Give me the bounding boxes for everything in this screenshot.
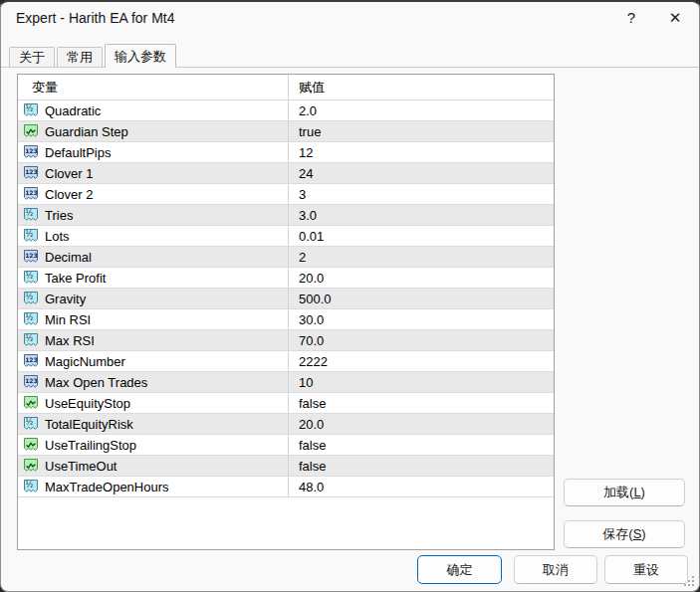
param-value-cell[interactable]: 10 <box>289 372 554 392</box>
bool-param-icon <box>23 458 39 474</box>
param-name-cell[interactable]: ½Max RSI <box>18 330 289 350</box>
table-rows: ½Quadratic2.0Guardian Steptrue123Default… <box>18 100 554 497</box>
param-value-cell[interactable]: 70.0 <box>289 330 554 350</box>
double-param-icon: ½ <box>23 332 39 348</box>
param-value-cell[interactable]: 2.0 <box>289 100 554 120</box>
table-row[interactable]: UseEquityStopfalse <box>18 393 554 414</box>
param-value-cell[interactable]: 3 <box>289 184 554 204</box>
param-value: 500.0 <box>299 292 332 306</box>
cancel-button[interactable]: 取消 <box>514 555 597 584</box>
param-name-cell[interactable]: 123DefaultPips <box>18 142 289 162</box>
param-value-cell[interactable]: 48.0 <box>289 477 554 496</box>
table-row[interactable]: ½Lots0.01 <box>18 226 554 247</box>
param-name: MaxTradeOpenHours <box>45 480 169 494</box>
ea-properties-dialog: Expert - Harith EA for Mt4 ? ✕ 关于 常用 输入参… <box>0 0 700 592</box>
svg-text:½: ½ <box>26 209 34 218</box>
integer-param-icon: 123 <box>23 353 39 369</box>
param-value-cell[interactable]: false <box>289 456 554 476</box>
table-row[interactable]: 123Clover 23 <box>18 184 554 205</box>
param-name-cell[interactable]: 123Decimal <box>18 247 289 267</box>
param-name: Max Open Trades <box>45 375 147 390</box>
param-value-cell[interactable]: 2 <box>289 247 554 267</box>
param-name: Tries <box>45 208 73 223</box>
load-button[interactable]: 加载(L) <box>564 479 685 506</box>
param-name-cell[interactable]: ½Gravity <box>18 289 289 308</box>
param-name-cell[interactable]: ½TotalEquityRisk <box>18 414 289 434</box>
param-name-cell[interactable]: ½Min RSI <box>18 309 289 329</box>
param-value-cell[interactable]: 500.0 <box>289 289 554 308</box>
param-value-cell[interactable]: 3.0 <box>289 205 554 225</box>
param-name-cell[interactable]: 123MagicNumber <box>18 351 289 371</box>
param-value: false <box>299 459 326 474</box>
param-value-cell[interactable]: true <box>289 121 554 141</box>
integer-param-icon: 123 <box>23 144 39 160</box>
param-name-cell[interactable]: UseEquityStop <box>18 393 289 413</box>
param-value: 30.0 <box>299 312 324 327</box>
param-name: Decimal <box>45 250 92 265</box>
param-value: false <box>299 396 326 411</box>
reset-button-label: 重设 <box>633 561 659 579</box>
param-name: Clover 2 <box>45 187 93 202</box>
help-button[interactable]: ? <box>609 2 653 33</box>
param-name-cell[interactable]: 123Max Open Trades <box>18 372 289 392</box>
param-name-cell[interactable]: ½Quadratic <box>18 100 289 120</box>
param-name-cell[interactable]: 123Clover 2 <box>18 184 289 204</box>
param-name-cell[interactable]: Guardian Step <box>18 121 289 141</box>
param-value: 48.0 <box>299 480 324 494</box>
param-name: Min RSI <box>45 312 91 327</box>
reset-button[interactable]: 重设 <box>604 555 688 584</box>
param-value-cell[interactable]: 30.0 <box>289 309 554 329</box>
param-value-cell[interactable]: 12 <box>289 142 554 162</box>
parameters-table: 变量 赋值 ½Quadratic2.0Guardian Steptrue123D… <box>17 74 555 550</box>
param-name-cell[interactable]: ½Tries <box>18 205 289 225</box>
table-row[interactable]: ½TotalEquityRisk20.0 <box>18 414 554 435</box>
param-name: UseTimeOut <box>45 459 117 474</box>
tab-about-label: 关于 <box>19 49 45 67</box>
param-value-cell[interactable]: false <box>289 393 554 413</box>
param-name-cell[interactable]: ½Lots <box>18 226 289 246</box>
param-name-cell[interactable]: UseTrailingStop <box>18 435 289 455</box>
param-value-cell[interactable]: 24 <box>289 163 554 183</box>
param-value-cell[interactable]: false <box>289 435 554 455</box>
tab-common-label: 常用 <box>67 49 93 67</box>
param-name-cell[interactable]: 123Clover 1 <box>18 163 289 183</box>
param-value: true <box>299 124 321 139</box>
resize-grip[interactable] <box>682 574 694 586</box>
param-value-cell[interactable]: 20.0 <box>289 268 554 288</box>
table-header: 变量 赋值 <box>18 75 554 100</box>
table-row[interactable]: ½MaxTradeOpenHours48.0 <box>18 477 554 497</box>
table-row[interactable]: ½Max RSI70.0 <box>18 330 554 351</box>
table-row[interactable]: 123MagicNumber2222 <box>18 351 554 372</box>
table-row[interactable]: 123DefaultPips12 <box>18 142 554 163</box>
save-button[interactable]: 保存(S) <box>564 520 685 548</box>
table-row[interactable]: ½Min RSI30.0 <box>18 309 554 330</box>
table-row[interactable]: UseTrailingStopfalse <box>18 435 554 456</box>
param-name-cell[interactable]: UseTimeOut <box>18 456 289 476</box>
ok-button[interactable]: 确定 <box>417 555 502 584</box>
table-row[interactable]: ½Take Profit20.0 <box>18 268 554 289</box>
tab-common[interactable]: 常用 <box>57 47 103 67</box>
table-row[interactable]: ½Quadratic2.0 <box>18 100 554 121</box>
table-row[interactable]: Guardian Steptrue <box>18 121 554 142</box>
table-row[interactable]: ½Gravity500.0 <box>18 289 554 309</box>
close-button[interactable]: ✕ <box>653 2 697 33</box>
table-row[interactable]: ½Tries3.0 <box>18 205 554 226</box>
double-param-icon: ½ <box>23 311 39 327</box>
svg-text:123: 123 <box>25 252 38 259</box>
table-row[interactable]: 123Clover 124 <box>18 163 554 184</box>
tab-inputs[interactable]: 输入参数 <box>105 44 176 68</box>
table-row[interactable]: UseTimeOutfalse <box>18 456 554 477</box>
table-row[interactable]: 123Max Open Trades10 <box>18 372 554 393</box>
bool-param-icon <box>23 123 39 139</box>
table-row[interactable]: 123Decimal2 <box>18 247 554 268</box>
param-name-cell[interactable]: ½Take Profit <box>18 268 289 288</box>
param-value-cell[interactable]: 0.01 <box>289 226 554 246</box>
param-name-cell[interactable]: ½MaxTradeOpenHours <box>18 477 289 496</box>
tab-about[interactable]: 关于 <box>9 47 55 67</box>
integer-param-icon: 123 <box>23 165 39 181</box>
svg-text:123: 123 <box>25 147 38 154</box>
param-value-cell[interactable]: 20.0 <box>289 414 554 434</box>
param-value-cell[interactable]: 2222 <box>289 351 554 371</box>
double-param-icon: ½ <box>23 228 39 244</box>
param-value: false <box>299 438 326 453</box>
